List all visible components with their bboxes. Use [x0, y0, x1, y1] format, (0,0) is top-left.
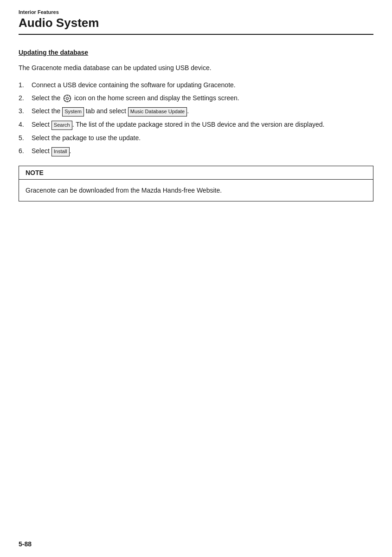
step-content-2: Select the icon on the home screen and d… — [32, 93, 373, 103]
step-5: 5. Select the package to use the update. — [19, 133, 373, 143]
step-number-2: 2. — [19, 93, 32, 103]
step-number-4: 4. — [19, 119, 32, 130]
step-6: 6. Select Install. — [19, 146, 373, 156]
page-title: Audio System — [19, 16, 373, 30]
note-box: NOTE Gracenote can be downloaded from th… — [19, 166, 373, 201]
svg-point-1 — [66, 97, 69, 100]
note-header: NOTE — [19, 166, 373, 180]
intro-text: The Gracenote media database can be upda… — [19, 63, 373, 73]
step-number-5: 5. — [19, 133, 32, 143]
install-button: Install — [51, 147, 70, 156]
step-number-6: 6. — [19, 146, 32, 156]
step-content-1: Connect a USB device containing the soft… — [32, 80, 373, 90]
page-number: 5-88 — [19, 540, 32, 548]
step-2-text-after-icon: icon on the home screen and display the … — [74, 94, 239, 102]
note-body: Gracenote can be downloaded from the Maz… — [19, 180, 373, 201]
step-number-3: 3. — [19, 106, 32, 116]
step-3: 3. Select the System tab and select Musi… — [19, 106, 373, 117]
chapter-label: Interior Features — [19, 9, 373, 15]
system-button: System — [62, 107, 84, 117]
step-4: 4. Select Search. The list of the update… — [19, 119, 373, 130]
search-button: Search — [51, 121, 72, 130]
step-content-5: Select the package to use the update. — [32, 133, 373, 143]
step-content-4: Select Search. The list of the update pa… — [32, 119, 373, 130]
page-container: Interior Features Audio System Updating … — [0, 0, 392, 239]
step-1: 1. Connect a USB device containing the s… — [19, 80, 373, 90]
settings-icon — [63, 94, 71, 103]
step-number-1: 1. — [19, 80, 32, 90]
steps-list: 1. Connect a USB device containing the s… — [19, 80, 373, 156]
step-content-3: Select the System tab and select Music D… — [32, 106, 373, 117]
step-2: 2. Select the icon on the home screen an… — [19, 93, 373, 103]
music-database-update-button: Music Database Update — [128, 107, 187, 117]
header-section: Interior Features Audio System — [19, 9, 373, 35]
page-footer: 5-88 — [19, 540, 32, 548]
step-content-6: Select Install. — [32, 146, 373, 156]
section-title: Updating the database — [19, 49, 373, 56]
